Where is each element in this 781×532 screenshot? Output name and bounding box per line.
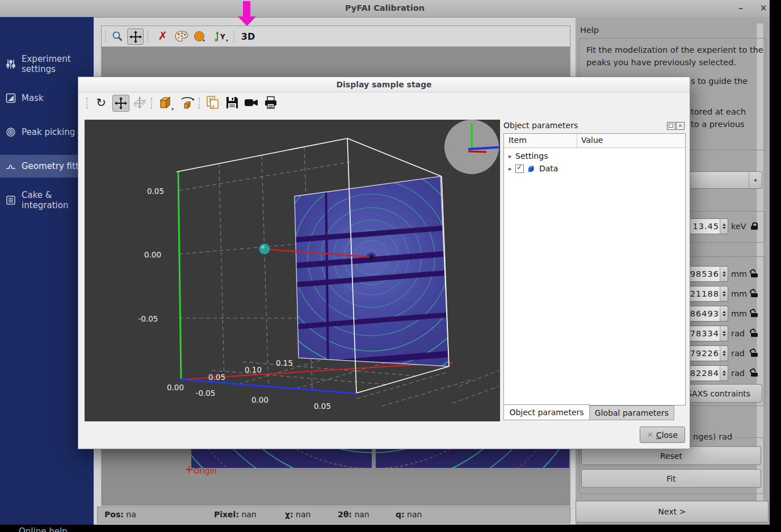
- status-value: na: [126, 510, 136, 519]
- expand-arrow-icon[interactable]: ▸: [509, 153, 515, 160]
- clear-tool[interactable]: ✗: [156, 28, 170, 43]
- energy-spinner[interactable]: [720, 218, 728, 234]
- video-tool[interactable]: [243, 94, 260, 111]
- y-axis-tool[interactable]: Y0: [213, 29, 227, 44]
- pan-tool[interactable]: [127, 28, 144, 45]
- close-window-button[interactable]: ×: [757, 2, 770, 14]
- statusbar: Pos: na Pixel: nan χ: nan 2θ: nan q: nan: [97, 506, 570, 523]
- unit-label: mm: [731, 309, 747, 318]
- colormap-tool[interactable]: [174, 29, 190, 43]
- column-item[interactable]: Item: [509, 136, 527, 145]
- zoom-tool[interactable]: [111, 29, 124, 43]
- toolbar-separator: [199, 98, 202, 109]
- 3d-viewport[interactable]: 0.05 0.00 -0.05 0.05 0.10 0.15 0.00 -0.0…: [85, 120, 500, 421]
- toolbar-separator: [151, 98, 154, 109]
- spinner[interactable]: [720, 345, 728, 361]
- copy-tool[interactable]: [204, 94, 221, 111]
- tree-row-label: Data: [539, 164, 558, 173]
- rotate-icon: ↻: [96, 96, 106, 109]
- spinner[interactable]: [720, 266, 728, 282]
- spinner[interactable]: [720, 286, 728, 302]
- plane-pan-tool[interactable]: [132, 95, 148, 111]
- toolbar-handle: [105, 31, 108, 42]
- close-panel-icon[interactable]: ✕: [676, 122, 685, 130]
- spinner[interactable]: [720, 326, 728, 341]
- lock-closed-icon[interactable]: [750, 222, 759, 230]
- lock-open-icon[interactable]: [750, 269, 759, 278]
- threed-label: 3D: [241, 31, 255, 42]
- column-value[interactable]: Value: [581, 136, 603, 145]
- help-fragment: s to guide the: [691, 77, 748, 86]
- pan-tool[interactable]: [112, 95, 129, 112]
- minimize-button[interactable]: –: [734, 2, 747, 14]
- tree-header: Item Value: [504, 134, 685, 148]
- unit-label: mm: [731, 289, 747, 298]
- undock-panel-icon[interactable]: [667, 122, 675, 130]
- unit-label: rad: [731, 369, 745, 378]
- red-x-icon: ✗: [158, 29, 168, 43]
- status-value: nan: [296, 510, 310, 519]
- status-value: nan: [354, 510, 369, 519]
- svg-text:0: 0: [215, 38, 217, 43]
- status-value: nan: [407, 510, 422, 519]
- spinner[interactable]: [720, 365, 728, 381]
- svg-text:0.00: 0.00: [144, 250, 161, 259]
- next-button[interactable]: Next >: [576, 501, 769, 522]
- tab-object-parameters[interactable]: Object parameters: [503, 404, 590, 420]
- fit-button[interactable]: Fit: [581, 469, 761, 488]
- unit-label: rad: [731, 349, 745, 358]
- check-icon: ✓: [517, 163, 522, 171]
- svg-text:0.00: 0.00: [251, 395, 268, 404]
- expand-arrow-icon[interactable]: ▸: [509, 165, 515, 172]
- spinner[interactable]: [720, 306, 728, 322]
- plane-arrow-icon: [133, 96, 146, 109]
- chevron-down-icon: ▾: [749, 172, 762, 188]
- tab-global-parameters[interactable]: Global parameters: [589, 406, 674, 420]
- save-tool[interactable]: [224, 94, 241, 111]
- sidebar-item-label: Peak picking: [22, 127, 75, 137]
- lock-open-icon[interactable]: [750, 349, 759, 357]
- online-help-link[interactable]: Online help...: [19, 526, 75, 532]
- floppy-icon: [225, 96, 239, 109]
- tree-row-label: Settings: [515, 151, 548, 161]
- solid-view-tool[interactable]: ▾: [157, 94, 176, 111]
- lock-open-icon[interactable]: [750, 289, 759, 298]
- lock-open-icon[interactable]: [750, 329, 759, 337]
- lock-open-icon[interactable]: [750, 369, 759, 377]
- toolbar-handle: [86, 98, 90, 109]
- rotate-tool[interactable]: ↻: [93, 95, 109, 111]
- toolbar-separator: [147, 31, 150, 42]
- tree-row-data[interactable]: ▸ ✓ Data: [504, 162, 685, 175]
- origin-label: Origin: [194, 466, 217, 475]
- titlebar: PyFAI Calibration – ×: [0, 0, 770, 18]
- display-sample-stage-dialog: Display sample stage ↻ ▾: [78, 77, 690, 449]
- sidebar-item-label: Experiment settings: [22, 54, 94, 74]
- rotate-cube-tool[interactable]: [178, 94, 196, 111]
- sidebar-item-experiment-settings[interactable]: Experiment settings: [0, 53, 94, 75]
- mask-icon: [6, 93, 16, 103]
- close-label: Close: [656, 430, 678, 440]
- unit-label: mm: [731, 269, 747, 278]
- status-pos: Pos: na: [104, 510, 136, 519]
- dropdown-caret-icon[interactable]: ▾: [226, 38, 228, 43]
- lock-open-icon[interactable]: [750, 309, 759, 318]
- dialog-close-button[interactable]: ✕ Close: [640, 427, 685, 443]
- status-value: nan: [241, 510, 256, 519]
- help-line: peaks you have previously selected.: [586, 58, 736, 67]
- y-axis-icon: Y0: [214, 30, 226, 43]
- help-fragment: tored at each: [691, 107, 746, 116]
- tree-row-settings[interactable]: ▸ Settings: [504, 150, 685, 162]
- toolbar-separator: [233, 31, 237, 42]
- column-divider[interactable]: [577, 134, 577, 147]
- close-x-icon: ✕: [647, 430, 653, 439]
- help-line: Fit the modelization of the experient to…: [586, 45, 763, 54]
- dropdown-caret-icon[interactable]: ▾: [203, 38, 205, 43]
- threed-view-button[interactable]: 3D: [240, 29, 256, 44]
- data-cube-icon: [527, 164, 536, 173]
- move-cross-icon: [129, 31, 142, 43]
- main-toolbar: ✗ ▾ Y0 ▾ 3D: [102, 26, 570, 47]
- unit-label: rad: [731, 329, 745, 338]
- data-visibility-checkbox[interactable]: ✓: [515, 164, 524, 173]
- print-tool[interactable]: [262, 94, 279, 111]
- status-label: Pixel:: [214, 510, 239, 519]
